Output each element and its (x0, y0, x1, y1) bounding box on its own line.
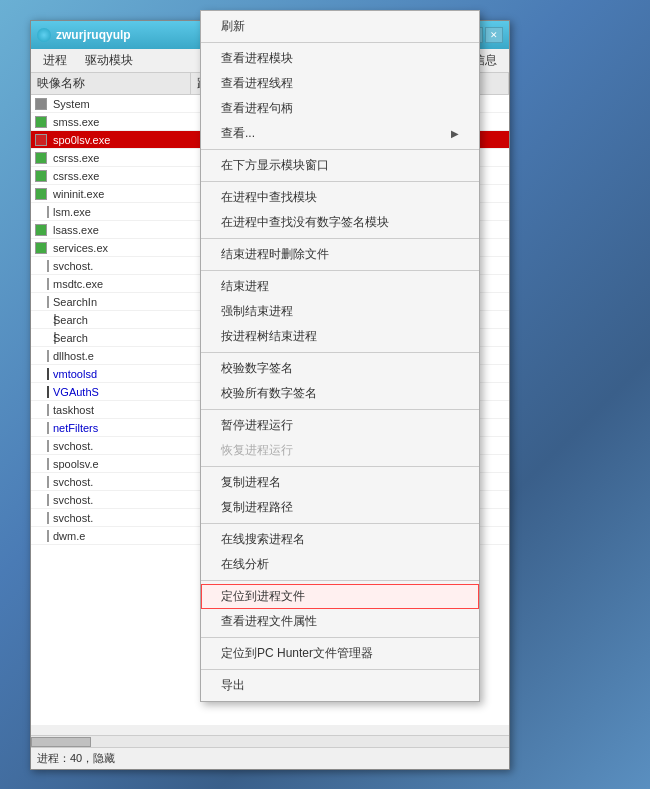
separator (201, 637, 479, 638)
ctx-export[interactable]: 导出 (201, 673, 479, 698)
separator (201, 149, 479, 150)
ctx-find-unsigned[interactable]: 在进程中查找没有数字签名模块 (201, 210, 479, 235)
context-menu: 刷新 查看进程模块 查看进程线程 查看进程句柄 查看... ▶ 在下方显示模块窗… (200, 10, 480, 702)
process-icon (33, 528, 49, 544)
process-icon (33, 366, 49, 382)
separator (201, 580, 479, 581)
process-icon (33, 294, 49, 310)
ctx-force-kill[interactable]: 强制结束进程 (201, 299, 479, 324)
ctx-view-more-label: 查看... (221, 125, 255, 142)
ctx-view-file-props[interactable]: 查看进程文件属性 (201, 609, 479, 634)
status-bar: 进程：40，隐藏 (31, 747, 509, 769)
separator (201, 409, 479, 410)
ctx-copy-path[interactable]: 复制进程路径 (201, 495, 479, 520)
process-icon (33, 330, 49, 346)
separator (201, 523, 479, 524)
process-icon (33, 420, 49, 436)
ctx-delete-on-exit[interactable]: 结束进程时删除文件 (201, 242, 479, 267)
ctx-find-module[interactable]: 在进程中查找模块 (201, 185, 479, 210)
process-icon (33, 258, 49, 274)
scrollbar-horizontal[interactable] (31, 735, 509, 747)
tab-process[interactable]: 进程 (35, 50, 75, 71)
ctx-show-module-window[interactable]: 在下方显示模块窗口 (201, 153, 479, 178)
process-icon (33, 96, 49, 112)
process-icon (33, 348, 49, 364)
ctx-kill-tree[interactable]: 按进程树结束进程 (201, 324, 479, 349)
process-icon (33, 456, 49, 472)
process-icon (33, 312, 49, 328)
tab-driver[interactable]: 驱动模块 (77, 50, 141, 71)
ctx-resume-process[interactable]: 恢复进程运行 (201, 438, 479, 463)
process-icon (33, 240, 49, 256)
process-icon (33, 276, 49, 292)
process-icon (33, 204, 49, 220)
close-button[interactable]: ✕ (485, 27, 503, 43)
ctx-search-online[interactable]: 在线搜索进程名 (201, 527, 479, 552)
submenu-arrow-icon: ▶ (451, 128, 459, 139)
process-icon (33, 114, 49, 130)
ctx-kill-process[interactable]: 结束进程 (201, 274, 479, 299)
ctx-copy-name[interactable]: 复制进程名 (201, 470, 479, 495)
ctx-verify-all-sigs[interactable]: 校验所有数字签名 (201, 381, 479, 406)
process-icon (33, 402, 49, 418)
process-icon (33, 492, 49, 508)
separator (201, 42, 479, 43)
process-icon (33, 186, 49, 202)
process-icon (33, 474, 49, 490)
ctx-locate-pchunter[interactable]: 定位到PC Hunter文件管理器 (201, 641, 479, 666)
process-icon (33, 222, 49, 238)
process-icon (33, 150, 49, 166)
process-icon (33, 384, 49, 400)
separator (201, 669, 479, 670)
process-icon (33, 132, 49, 148)
app-icon (37, 28, 51, 42)
process-icon (33, 438, 49, 454)
ctx-analyze-online[interactable]: 在线分析 (201, 552, 479, 577)
col-name: 映像名称 (31, 73, 191, 94)
ctx-refresh[interactable]: 刷新 (201, 14, 479, 39)
separator (201, 466, 479, 467)
separator (201, 270, 479, 271)
status-text: 进程：40，隐藏 (37, 751, 115, 766)
ctx-view-threads[interactable]: 查看进程线程 (201, 71, 479, 96)
ctx-pause-process[interactable]: 暂停进程运行 (201, 413, 479, 438)
separator (201, 352, 479, 353)
ctx-view-handles[interactable]: 查看进程句柄 (201, 96, 479, 121)
separator (201, 238, 479, 239)
separator (201, 181, 479, 182)
ctx-view-modules[interactable]: 查看进程模块 (201, 46, 479, 71)
ctx-locate-file[interactable]: 定位到进程文件 (201, 584, 479, 609)
process-icon (33, 510, 49, 526)
process-icon (33, 168, 49, 184)
ctx-view-more[interactable]: 查看... ▶ (201, 121, 479, 146)
ctx-verify-sig[interactable]: 校验数字签名 (201, 356, 479, 381)
